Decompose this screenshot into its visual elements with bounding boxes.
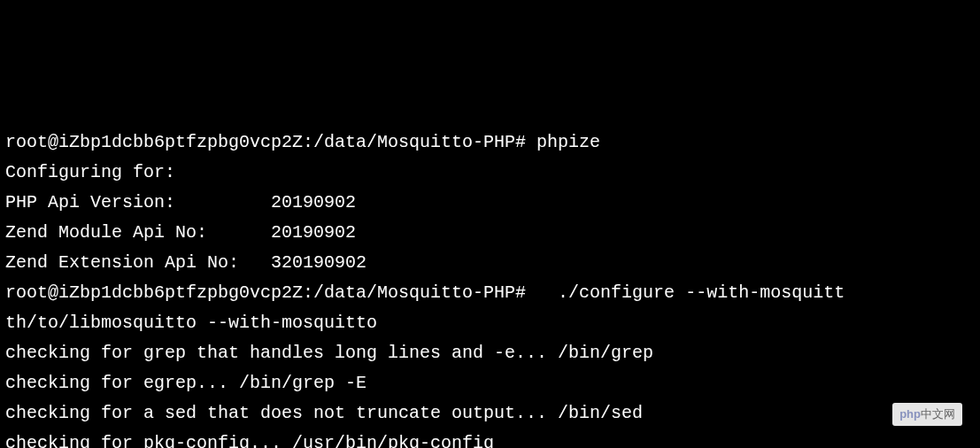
terminal-line: Zend Extension Api No: 320190902 xyxy=(5,248,975,278)
terminal-line: Zend Module Api No: 20190902 xyxy=(5,218,975,248)
terminal-line: root@iZbp1dcbb6ptfzpbg0vcp2Z:/data/Mosqu… xyxy=(5,127,975,158)
watermark-brand: php xyxy=(899,407,921,421)
terminal-line: root@iZbp1dcbb6ptfzpbg0vcp2Z:/data/Mosqu… xyxy=(5,278,975,308)
terminal-line: Configuring for: xyxy=(5,158,975,188)
watermark-suffix: 中文网 xyxy=(921,407,955,421)
terminal-line: checking for grep that handles long line… xyxy=(5,338,975,368)
terminal-line: checking for pkg-config... /usr/bin/pkg-… xyxy=(5,429,975,448)
terminal-output: root@iZbp1dcbb6ptfzpbg0vcp2Z:/data/Mosqu… xyxy=(5,127,975,448)
terminal-line: checking for a sed that does not truncat… xyxy=(5,398,975,429)
watermark-badge: php中文网 xyxy=(892,403,962,426)
terminal-line: checking for egrep... /bin/grep -E xyxy=(5,368,975,398)
terminal-line: th/to/libmosquitto --with-mosquitto xyxy=(5,308,975,338)
terminal-line: PHP Api Version: 20190902 xyxy=(5,188,975,218)
